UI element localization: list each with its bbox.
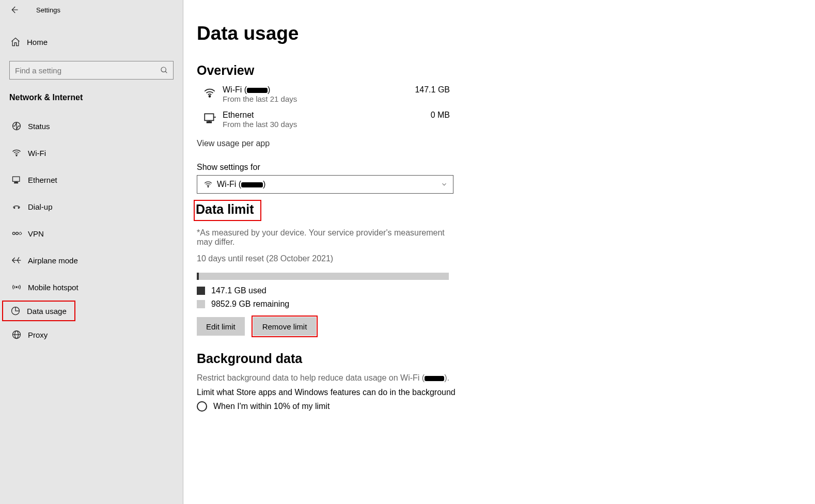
overview-ethernet-sub: From the last 30 days [223,120,431,129]
data-limit-note: *As measured by your device. Your servic… [197,228,455,247]
background-limit-label: Limit what Store apps and Windows featur… [197,388,815,397]
sidebar-nav: Status Wi-Fi Ethernet [0,108,183,348]
overview-ethernet-name: Ethernet [223,111,431,120]
overview-wifi-value: 147.1 GB [415,85,450,94]
wifi-icon [203,180,217,189]
legend-swatch-remaining [197,300,205,308]
show-settings-dropdown[interactable]: Wi-Fi () [197,175,453,194]
svg-point-9 [12,232,15,235]
sidebar-item-vpn[interactable]: VPN [0,220,183,247]
radio-icon [197,401,207,412]
window-title: Settings [36,6,60,14]
overview-wifi-sub: From the last 21 days [223,94,415,103]
legend-swatch-used [197,287,205,295]
show-settings-selected: Wi-Fi () [217,180,441,189]
main-content: Data usage Overview Wi-Fi () From the la… [183,0,815,504]
sidebar-item-data-usage[interactable]: Data usage [2,301,75,321]
search-icon [155,66,173,74]
edit-limit-button[interactable]: Edit limit [197,317,245,336]
data-limit-remaining: 9852.9 GB remaining [197,300,815,309]
svg-point-0 [161,67,166,72]
redacted-ssid [241,182,263,187]
sidebar-item-label: Data usage [27,307,67,316]
svg-rect-4 [13,177,20,181]
data-limit-heading-wrap: Data limit [197,200,815,221]
data-limit-heading: Data limit [194,200,261,221]
sidebar-item-label: Proxy [28,330,48,339]
home-icon [10,37,27,47]
show-settings-label: Show settings for [197,163,815,172]
sidebar-item-wifi[interactable]: Wi-Fi [0,139,183,166]
sidebar-item-ethernet[interactable]: Ethernet [0,166,183,193]
home-label: Home [27,38,48,46]
data-limit-reset: 10 days until reset (28 October 2021) [197,254,455,263]
data-limit-meter-fill [197,273,199,280]
sidebar-item-label: Dial-up [28,202,53,211]
svg-point-7 [14,208,15,209]
overview-wifi-row[interactable]: Wi-Fi () From the last 21 days 147.1 GB [197,85,450,103]
svg-point-11 [19,232,22,235]
data-limit-used: 147.1 GB used [197,286,815,295]
svg-rect-19 [207,122,212,123]
sidebar-item-label: VPN [28,229,44,238]
sidebar-item-label: Wi-Fi [28,149,46,158]
overview-heading: Overview [197,63,815,78]
svg-point-8 [18,208,19,209]
status-icon [11,121,28,131]
hotspot-icon [11,282,28,292]
wifi-icon [11,148,28,158]
overview-wifi-name: Wi-Fi () [223,85,415,94]
data-limit-meter [197,273,449,280]
ethernet-icon [197,111,223,125]
sidebar-item-label: Status [28,122,50,131]
svg-point-3 [16,155,17,156]
home-button[interactable]: Home [0,29,183,55]
sidebar: Settings Home Network & Internet [0,0,183,504]
sidebar-item-dialup[interactable]: Dial-up [0,193,183,220]
sidebar-section-title: Network & Internet [0,83,183,108]
redacted-ssid [425,376,444,381]
chevron-down-icon [441,181,448,188]
search-input[interactable] [10,66,155,75]
sidebar-item-label: Airplane mode [28,256,78,265]
overview-ethernet-value: 0 MB [431,111,450,120]
page-title: Data usage [197,23,815,44]
ethernet-icon [11,175,28,185]
dialup-icon [11,201,28,212]
svg-point-17 [209,96,210,97]
remove-limit-button[interactable]: Remove limit [253,317,317,336]
svg-line-1 [165,71,167,73]
svg-rect-5 [14,182,18,183]
background-data-heading: Background data [197,351,815,366]
sidebar-item-airplane[interactable]: Airplane mode [0,247,183,274]
sidebar-item-hotspot[interactable]: Mobile hotspot [0,274,183,301]
svg-point-12 [16,287,17,288]
overview-ethernet-row[interactable]: Ethernet From the last 30 days 0 MB [197,111,450,129]
sidebar-item-status[interactable]: Status [0,113,183,139]
view-usage-per-app-link[interactable]: View usage per app [197,139,270,148]
search-input-container[interactable] [9,61,174,80]
data-usage-icon [10,306,27,316]
sidebar-item-label: Ethernet [28,176,57,184]
vpn-icon [11,229,28,238]
svg-point-22 [208,186,209,187]
svg-point-10 [16,232,19,235]
sidebar-item-proxy[interactable]: Proxy [0,321,183,348]
airplane-icon [11,255,28,265]
wifi-icon [197,85,223,100]
proxy-icon [11,329,28,340]
redacted-ssid [247,88,268,93]
sidebar-item-label: Mobile hotspot [28,283,79,292]
background-data-desc: Restrict background data to help reduce … [197,373,815,383]
background-radio-1[interactable]: When I'm within 10% of my limit [197,401,815,412]
background-radio-label: When I'm within 10% of my limit [213,402,330,411]
titlebar: Settings [0,0,183,20]
back-icon[interactable] [9,5,26,14]
svg-rect-18 [205,114,213,120]
